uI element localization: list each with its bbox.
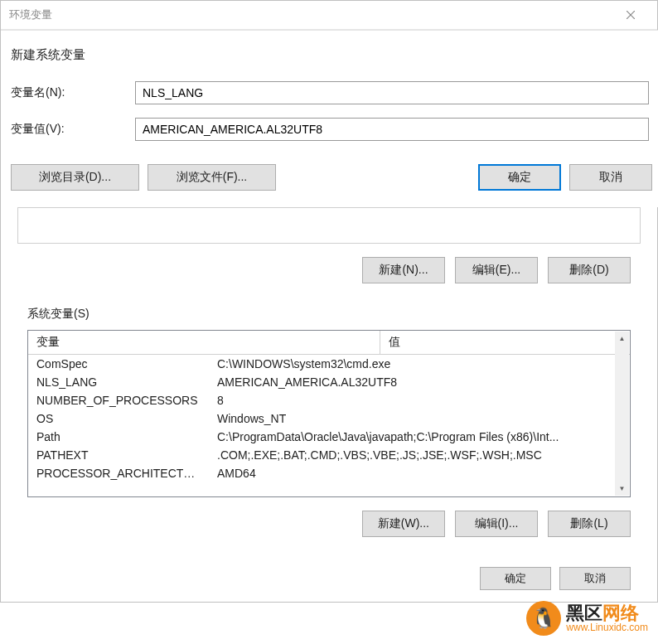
table-row[interactable]: NUMBER_OF_PROCESSORS8 [28, 391, 616, 409]
close-icon[interactable] [612, 1, 649, 30]
ok-button[interactable]: 确定 [478, 164, 561, 191]
dialog-ok-button[interactable]: 确定 [480, 567, 551, 590]
browse-directory-button[interactable]: 浏览目录(D)... [11, 164, 139, 191]
table-row[interactable]: PathC:\ProgramData\Oracle\Java\javapath;… [28, 428, 616, 446]
table-row[interactable]: OSWindows_NT [28, 409, 616, 428]
cancel-button[interactable]: 取消 [569, 164, 652, 191]
watermark: 🐧 黑区网络 www.Linuxidc.com [526, 601, 648, 636]
table-row[interactable]: PATHEXT.COM;.EXE;.BAT;.CMD;.VBS;.VBE;.JS… [28, 446, 616, 464]
column-header-value[interactable]: 值 [380, 331, 630, 355]
system-variables-label: 系统变量(S) [7, 295, 651, 327]
column-header-variable[interactable]: 变量 [28, 331, 380, 355]
user-new-button[interactable]: 新建(N)... [362, 257, 445, 283]
user-delete-button[interactable]: 删除(D) [548, 257, 631, 283]
system-variables-table[interactable]: 变量 值 ComSpecC:\WINDOWS\system32\cmd.exe … [27, 330, 631, 497]
window-titlebar: 环境变量 [1, 1, 657, 30]
browse-file-button[interactable]: 浏览文件(F)... [148, 164, 276, 191]
user-variables-list-partial [17, 207, 641, 244]
variable-name-input[interactable] [135, 81, 649, 104]
user-edit-button[interactable]: 编辑(E)... [455, 257, 538, 283]
table-row[interactable]: NLS_LANGAMERICAN_AMERICA.AL32UTF8 [28, 373, 616, 391]
variable-value-label: 变量值(V): [11, 122, 135, 137]
variable-name-label: 变量名(N): [11, 85, 135, 100]
system-delete-button[interactable]: 删除(L) [548, 511, 631, 537]
system-edit-button[interactable]: 编辑(I)... [455, 511, 538, 537]
variable-value-input[interactable] [135, 118, 649, 141]
new-system-variable-dialog: 新建系统变量 变量名(N): 变量值(V): 浏览目录(D)... 浏览文件(F… [1, 30, 658, 207]
dialog-title: 新建系统变量 [1, 31, 658, 75]
table-row[interactable]: PROCESSOR_ARCHITECTUREAMD64 [28, 464, 616, 482]
table-row[interactable]: ComSpecC:\WINDOWS\system32\cmd.exe [28, 355, 616, 373]
system-new-button[interactable]: 新建(W)... [362, 511, 445, 537]
scroll-up-icon[interactable]: ▲ [615, 332, 629, 346]
penguin-icon: 🐧 [531, 607, 556, 630]
scrollbar[interactable]: ▲ ▼ [615, 332, 629, 496]
dialog-cancel-button[interactable]: 取消 [559, 567, 631, 590]
environment-variables-panel: 新建(N)... 编辑(E)... 删除(D) 系统变量(S) 变量 值 Com… [1, 207, 657, 602]
scroll-down-icon[interactable]: ▼ [615, 482, 629, 496]
window-title: 环境变量 [9, 7, 612, 22]
